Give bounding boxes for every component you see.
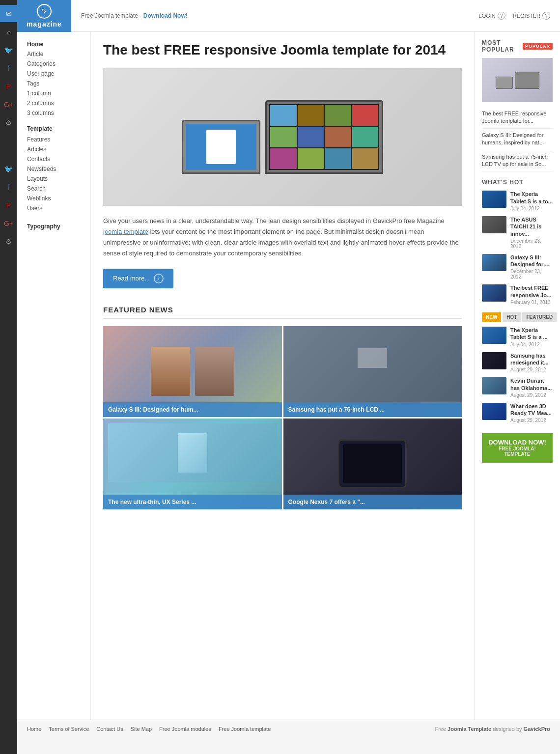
- tab-featured-button[interactable]: FEATURED: [522, 312, 557, 322]
- screen-image: [206, 130, 236, 164]
- popular-article-2[interactable]: Galaxy S III: Designed for humans, inspi…: [482, 129, 553, 150]
- nav-3col[interactable]: 3 columns: [27, 108, 81, 118]
- nav-article[interactable]: Article: [27, 49, 81, 59]
- footer-link-contact[interactable]: Contact Us: [96, 726, 123, 732]
- featured-caption-4: Google Nexus 7 offers a "...: [283, 495, 462, 509]
- hot-thumb-4: [482, 284, 506, 302]
- nav-articles[interactable]: Articles: [27, 144, 81, 154]
- gplus-icon[interactable]: G+: [0, 96, 17, 113]
- twitter2-icon[interactable]: 🐦: [0, 160, 17, 177]
- download-link[interactable]: Download Now!: [143, 12, 188, 19]
- tab-hot-button[interactable]: HOT: [503, 312, 521, 322]
- tab-article-3[interactable]: Kevin Durant has Oklahoma... August 29, …: [482, 377, 553, 398]
- logo-icon: ✎: [37, 4, 52, 19]
- most-popular-image: [482, 58, 553, 102]
- hot-item-2[interactable]: The ASUS TAICHI 21 is innov... December …: [482, 216, 553, 249]
- logo[interactable]: ✎ magazine: [17, 0, 71, 32]
- login-button[interactable]: LOGIN ?: [479, 12, 505, 20]
- featured-item-2[interactable]: Samsung has put a 75-inch LCD ...: [283, 326, 462, 417]
- footer-credit: Free Joomla Template designed by GavickP…: [435, 726, 550, 732]
- nav-features[interactable]: Features: [27, 135, 81, 144]
- download-btn-sublabel: FREE JOOMLA! TEMPLATE: [488, 446, 547, 457]
- featured-caption-3: The new ultra-thin, UX Series ...: [103, 495, 282, 509]
- tab-article-4[interactable]: What does 3D Ready TV Mea... August 29, …: [482, 403, 553, 423]
- facebook2-icon[interactable]: f: [0, 178, 17, 195]
- hero-laptops-graphic: [182, 100, 383, 174]
- footer-link-template[interactable]: Free Joomla template: [219, 726, 271, 732]
- pinterest-icon[interactable]: P: [0, 78, 17, 95]
- screen-tile: [270, 127, 297, 147]
- screen-tile: [352, 127, 379, 147]
- hot-item-1[interactable]: The Xperia Tablet S is a to... July 04, …: [482, 191, 553, 211]
- featured-news-grid: Galaxy S III: Designed for hum... Samsun…: [103, 326, 462, 509]
- screen-tile: [270, 148, 297, 169]
- download-now-button[interactable]: DOWNLOAD NOW! FREE JOOMLA! TEMPLATE: [482, 433, 553, 463]
- hot-text-2: The ASUS TAICHI 21 is innov... December …: [510, 216, 553, 249]
- right-sidebar: MOST POPULAR POPULAR The best FREE respo…: [474, 32, 560, 720]
- tab-article-2[interactable]: Samsung has redesigned it... August 29, …: [482, 352, 553, 373]
- screen-tile: [325, 127, 351, 147]
- hot-item-3[interactable]: Galaxy S III: Designed for ... December …: [482, 254, 553, 280]
- arrow-circle-icon: ›: [154, 274, 164, 283]
- header-tagline: Free Joomla template - Download Now!: [71, 12, 479, 19]
- register-button[interactable]: REGISTER ?: [513, 12, 550, 20]
- nav-newsfeeds[interactable]: Newsfeeds: [27, 164, 81, 174]
- nav-users[interactable]: Users: [27, 203, 81, 213]
- screen-tile: [298, 127, 324, 147]
- laptop-left-graphic: [182, 120, 260, 174]
- facebook-icon[interactable]: f: [0, 59, 17, 77]
- hot-item-4[interactable]: The best FREE responsive Jo... February …: [482, 284, 553, 305]
- settings-icon[interactable]: ⚙: [0, 114, 17, 131]
- hero-image: [103, 68, 462, 206]
- article-link[interactable]: joomla template: [103, 228, 148, 235]
- tab-article-1[interactable]: The Xperia Tablet S is a ... July 04, 20…: [482, 327, 553, 347]
- popular-article-3[interactable]: Samsung has put a 75-inch LCD TV up for …: [482, 150, 553, 172]
- hot-text-3: Galaxy S III: Designed for ... December …: [510, 254, 553, 280]
- pinterest2-icon[interactable]: P: [0, 196, 17, 214]
- article-body: Give your users news in a clear, underst…: [103, 216, 462, 259]
- gplus2-icon[interactable]: G+: [0, 215, 17, 232]
- template-section-label: Template: [27, 125, 81, 132]
- main-content: The best FREE responsive Joomla template…: [91, 32, 474, 720]
- search-icon[interactable]: ⌕: [0, 23, 17, 40]
- nav-layouts[interactable]: Layouts: [27, 174, 81, 184]
- popular-article-1[interactable]: The best FREE responsive Joomla template…: [482, 107, 553, 129]
- tab-new-button[interactable]: NEW: [482, 312, 501, 322]
- main-wrapper: ✎ magazine Free Joomla template - Downlo…: [17, 0, 560, 720]
- login-help-icon: ?: [498, 12, 505, 20]
- footer-link-tos[interactable]: Terms of Service: [49, 726, 89, 732]
- featured-item-3[interactable]: The new ultra-thin, UX Series ...: [103, 419, 282, 509]
- hot-text-1: The Xperia Tablet S is a to... July 04, …: [510, 191, 553, 211]
- register-help-icon: ?: [542, 12, 550, 20]
- footer-link-home[interactable]: Home: [27, 726, 41, 732]
- nav-user-page[interactable]: User page: [27, 69, 81, 79]
- hot-thumb-3: [482, 254, 506, 271]
- email-icon[interactable]: ✉: [0, 5, 17, 22]
- left-icon-bar: ✉ ⌕ 🐦 f P G+ ⚙ 🐦 f P G+ ⚙: [0, 0, 17, 738]
- nav-tags[interactable]: Tags: [27, 79, 81, 88]
- featured-item-4[interactable]: Google Nexus 7 offers a "...: [283, 419, 462, 509]
- settings2-icon[interactable]: ⚙: [0, 233, 17, 250]
- nav-1col[interactable]: 1 column: [27, 88, 81, 98]
- screen-tile: [352, 105, 379, 126]
- hot-thumb-2: [482, 216, 506, 233]
- screen-tile: [352, 148, 379, 169]
- nav-weblinks[interactable]: Weblinks: [27, 194, 81, 203]
- footer-link-sitemap[interactable]: Site Map: [131, 726, 152, 732]
- tab-thumb-4: [482, 403, 506, 420]
- typography-section-label: Typography: [27, 223, 81, 230]
- pop-laptop-small: [496, 77, 513, 89]
- most-popular-section: MOST POPULAR POPULAR: [482, 39, 553, 53]
- nav-search[interactable]: Search: [27, 184, 81, 194]
- read-more-button[interactable]: Read more... ›: [103, 269, 173, 288]
- nav-contacts[interactable]: Contacts: [27, 154, 81, 164]
- footer-link-modules[interactable]: Free Joomla modules: [159, 726, 211, 732]
- article-title: The best FREE responsive Joomla template…: [103, 42, 462, 58]
- screen-tile: [298, 148, 324, 169]
- nav-2col[interactable]: 2 columns: [27, 98, 81, 108]
- pop-laptop-main: [515, 72, 539, 89]
- nav-categories[interactable]: Categories: [27, 59, 81, 69]
- nav-home[interactable]: Home: [27, 39, 81, 49]
- twitter-icon[interactable]: 🐦: [0, 41, 17, 58]
- featured-item-1[interactable]: Galaxy S III: Designed for hum...: [103, 326, 282, 417]
